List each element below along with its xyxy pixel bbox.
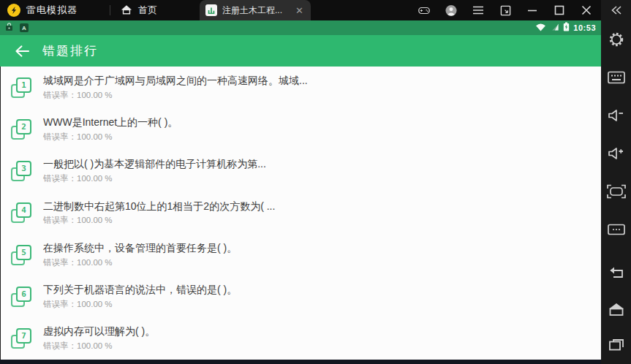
more-tools-icon[interactable] (601, 211, 631, 249)
list-item[interactable]: 3 一般把以( )为基本逻辑部件的电子计算机称为第... 错误率：100.00 … (1, 151, 601, 192)
error-rate: 错误率：100.00 % (43, 299, 237, 310)
question-title: 一般把以( )为基本逻辑部件的电子计算机称为第... (43, 158, 266, 170)
list-item[interactable]: 6 下列关于机器语言的说法中，错误的是( )。 错误率：100.00 % (1, 276, 601, 317)
clock-text: 10:53 (573, 23, 596, 32)
question-number: 1 (21, 80, 26, 90)
question-number: 7 (21, 331, 26, 341)
question-number-icon: 3 (11, 161, 31, 181)
question-title: 二进制数中右起第10位上的1相当于2的次方数为( ... (43, 200, 275, 213)
account-avatar-icon[interactable] (445, 4, 457, 16)
error-rate: 错误率：100.00 % (43, 257, 237, 268)
question-number-icon: 7 (11, 328, 31, 349)
question-text-block: 一般把以( )为基本逻辑部件的电子计算机称为第... 错误率：100.00 % (43, 158, 266, 184)
app-tab-title: 注册土木工程... (222, 4, 289, 17)
emulator-sidebar (601, 0, 631, 364)
number-icon-front-layer: 2 (16, 119, 31, 134)
ldplayer-logo-icon (7, 4, 20, 17)
android-recents-button[interactable] (601, 327, 631, 364)
android-back-button[interactable] (601, 254, 631, 291)
minimize-icon[interactable] (526, 4, 538, 16)
question-title: 在操作系统中，设备管理的首要任务是( )。 (43, 242, 237, 254)
question-number: 6 (21, 289, 26, 299)
question-text-block: WWW是Internet上的一种( )。 错误率：100.00 % (43, 116, 178, 143)
question-text-block: 二进制数中右起第10位上的1相当于2的次方数为( ... 错误率：100.00 … (43, 200, 275, 227)
keyboard-icon[interactable] (601, 58, 631, 96)
number-icon-front-layer: 3 (16, 161, 31, 176)
gamepad-icon[interactable] (418, 4, 430, 16)
battery-charging-icon (563, 21, 570, 34)
emulator-window: 雷电模拟器 首页 注册土木工程... ✕ (0, 0, 631, 364)
question-number: 2 (21, 122, 26, 132)
question-number-icon: 2 (11, 119, 31, 140)
tab-close-icon[interactable]: ✕ (294, 5, 305, 16)
question-title: 城域网是介于广域网与局域网之间的一种高速网络。城域... (43, 75, 308, 87)
volume-down-icon[interactable] (601, 96, 631, 134)
home-tab-label: 首页 (138, 4, 157, 17)
question-text-block: 在操作系统中，设备管理的首要任务是( )。 错误率：100.00 % (43, 242, 237, 268)
menu-icon[interactable] (472, 4, 484, 16)
close-window-icon[interactable] (581, 4, 592, 16)
window-bottom-edge (0, 360, 601, 364)
lock-badge-icon (5, 21, 13, 34)
list-item[interactable]: 5 在操作系统中，设备管理的首要任务是( )。 错误率：100.00 % (1, 234, 601, 276)
emulator-main-area: 雷电模拟器 首页 注册土木工程... ✕ (0, 0, 601, 364)
home-tab[interactable]: 首页 (121, 4, 157, 17)
question-title: 虚拟内存可以理解为( )。 (43, 325, 155, 338)
status-bar-notifications: A (5, 21, 29, 34)
question-number: 4 (21, 205, 26, 215)
a-app-badge-icon: A (20, 23, 29, 32)
question-title: 下列关于机器语言的说法中，错误的是( )。 (43, 284, 237, 296)
resize-window-icon[interactable] (499, 4, 511, 16)
question-text-block: 下列关于机器语言的说法中，错误的是( )。 错误率：100.00 % (43, 284, 237, 310)
android-home-button[interactable] (601, 291, 631, 327)
titlebar-divider (110, 5, 110, 15)
wrong-question-list: 1 城域网是介于广域网与局域网之间的一种高速网络。城域... 错误率：100.0… (0, 67, 601, 360)
back-arrow-icon[interactable] (13, 42, 31, 60)
list-item[interactable]: 7 虚拟内存可以理解为( )。 错误率：100.00 % (1, 318, 601, 360)
question-title: WWW是Internet上的一种( )。 (43, 116, 178, 129)
volume-up-icon[interactable] (601, 134, 631, 172)
question-number: 3 (21, 164, 26, 173)
status-bar-indicators: 10:53 (535, 21, 596, 34)
android-status-bar: A 10:53 (0, 20, 601, 35)
question-number-icon: 6 (11, 287, 31, 307)
error-rate: 错误率：100.00 % (43, 90, 308, 101)
page-title: 错题排行 (42, 42, 98, 59)
number-icon-front-layer: 7 (16, 328, 31, 344)
error-rate: 错误率：100.00 % (43, 173, 266, 184)
number-icon-front-layer: 4 (16, 202, 31, 218)
settings-gear-icon[interactable] (601, 20, 631, 58)
question-number-icon: 4 (11, 202, 31, 223)
question-text-block: 城域网是介于广域网与局域网之间的一种高速网络。城域... 错误率：100.00 … (43, 75, 308, 101)
question-number: 5 (21, 248, 26, 257)
question-number-icon: 5 (11, 245, 31, 265)
app-name: 雷电模拟器 (26, 4, 78, 17)
number-icon-front-layer: 6 (16, 287, 31, 302)
active-app-tab[interactable]: 注册土木工程... ✕ (200, 0, 311, 20)
number-icon-front-layer: 1 (16, 77, 31, 93)
error-rate: 错误率：100.00 % (43, 215, 275, 226)
window-controls (418, 4, 601, 16)
error-rate: 错误率：100.00 % (43, 341, 155, 352)
question-text-block: 虚拟内存可以理解为( )。 错误率：100.00 % (43, 325, 155, 352)
app-header: 错题排行 (0, 35, 601, 67)
home-icon (121, 4, 132, 17)
list-item[interactable]: 4 二进制数中右起第10位上的1相当于2的次方数为( ... 错误率：100.0… (1, 192, 601, 234)
list-item[interactable]: 2 WWW是Internet上的一种( )。 错误率：100.00 % (1, 108, 601, 150)
error-rate: 错误率：100.00 % (43, 132, 178, 143)
cellular-signal-icon (550, 21, 559, 34)
number-icon-front-layer: 5 (16, 245, 31, 260)
fullscreen-icon[interactable] (601, 172, 631, 211)
maximize-icon[interactable] (553, 4, 565, 16)
question-number-icon: 1 (11, 77, 31, 98)
collapse-sidebar-button[interactable] (601, 0, 631, 20)
app-tab-icon (205, 4, 217, 16)
titlebar: 雷电模拟器 首页 注册土木工程... ✕ (0, 0, 601, 20)
wifi-icon (535, 21, 546, 34)
list-item[interactable]: 1 城域网是介于广域网与局域网之间的一种高速网络。城域... 错误率：100.0… (1, 67, 601, 108)
